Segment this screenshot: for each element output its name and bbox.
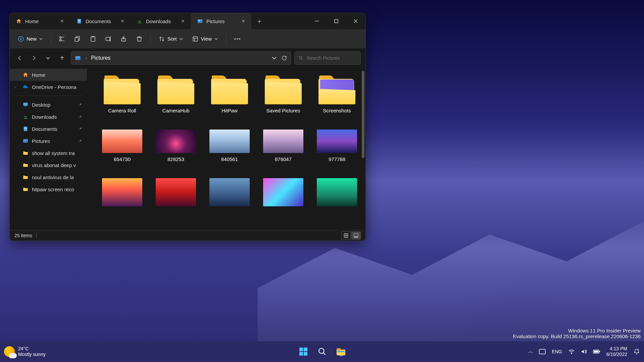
- back-button[interactable]: [14, 53, 25, 63]
- minimize-button[interactable]: [307, 14, 327, 28]
- folder-item[interactable]: HitPaw: [204, 74, 255, 115]
- scrollbar[interactable]: [362, 71, 364, 158]
- sort-button[interactable]: Sort: [155, 33, 187, 45]
- tab-downloads[interactable]: Downloads ✕: [131, 13, 191, 29]
- folder-item[interactable]: CameraHub: [151, 74, 201, 115]
- more-button[interactable]: [230, 32, 244, 46]
- image-thumbnail: [102, 178, 142, 206]
- chevron-down-icon: [214, 37, 218, 41]
- svg-text:z: z: [638, 348, 639, 351]
- weather-desc: Mostly sunny: [18, 352, 46, 357]
- sidebar-item[interactable]: Pictures📌︎: [10, 135, 87, 147]
- keyboard-icon[interactable]: [539, 349, 546, 354]
- breadcrumb[interactable]: › Pictures: [71, 51, 291, 65]
- sidebar-home[interactable]: Home: [10, 69, 87, 81]
- close-icon[interactable]: ✕: [119, 17, 126, 25]
- search-box[interactable]: [294, 51, 361, 65]
- separator: [226, 34, 226, 44]
- close-icon[interactable]: ✕: [240, 17, 247, 25]
- tab-documents[interactable]: Documents ✕: [70, 13, 131, 29]
- forward-button[interactable]: [29, 53, 39, 63]
- paste-button[interactable]: [86, 32, 100, 46]
- close-icon[interactable]: ✕: [180, 17, 186, 25]
- svg-rect-2: [78, 21, 80, 21]
- item-label: HitPaw: [221, 108, 238, 113]
- image-thumbnail: [263, 130, 303, 153]
- image-item[interactable]: [151, 177, 201, 208]
- image-item[interactable]: 840561: [204, 128, 255, 163]
- folder-item[interactable]: Screenshots: [312, 74, 362, 115]
- battery-icon[interactable]: [593, 349, 600, 354]
- view-button[interactable]: View: [188, 33, 222, 45]
- folder-icon: [22, 162, 29, 168]
- file-explorer-button[interactable]: [334, 344, 348, 359]
- wifi-icon[interactable]: [568, 349, 575, 354]
- tray-chevron-icon[interactable]: ︿: [528, 349, 533, 355]
- notification-icon[interactable]: z: [633, 348, 640, 355]
- image-item[interactable]: [97, 177, 147, 208]
- start-button[interactable]: [296, 344, 311, 359]
- close-button[interactable]: [346, 14, 365, 28]
- image-thumbnail: [156, 178, 196, 206]
- folder-icon: [104, 75, 141, 104]
- new-button[interactable]: New: [14, 33, 47, 45]
- weather-widget[interactable]: 24°C Mostly sunny: [4, 346, 46, 357]
- recent-dropdown[interactable]: [43, 53, 53, 63]
- up-button[interactable]: [57, 53, 67, 63]
- copy-button[interactable]: [70, 32, 85, 46]
- pin-icon: 📌︎: [78, 102, 82, 107]
- sidebar-item[interactable]: hitpaw screen reco: [10, 183, 87, 195]
- share-button[interactable]: [117, 32, 131, 46]
- cut-button[interactable]: [55, 32, 69, 46]
- delete-button[interactable]: [132, 32, 146, 46]
- close-icon[interactable]: ✕: [59, 17, 65, 25]
- sidebar-item[interactable]: Downloads📌︎: [10, 111, 87, 123]
- titlebar: Home ✕ Documents ✕ Downloads ✕ Pictures …: [10, 13, 365, 29]
- sidebar-item[interactable]: Documents📌︎: [10, 123, 87, 135]
- file-explorer-window: Home ✕ Documents ✕ Downloads ✕ Pictures …: [9, 13, 366, 241]
- sidebar-label: Pictures: [32, 138, 50, 144]
- image-item[interactable]: 828253: [151, 128, 201, 163]
- folder-item[interactable]: Camera Roll: [97, 74, 147, 115]
- sidebar-item[interactable]: show all system tra: [10, 147, 87, 159]
- chevron-down-icon: [180, 37, 183, 41]
- sidebar-item[interactable]: Desktop📌︎: [10, 99, 87, 111]
- search-input[interactable]: [307, 55, 356, 61]
- details-view-button[interactable]: [341, 231, 351, 240]
- date: 6/10/2022: [606, 352, 627, 357]
- image-item[interactable]: 876047: [258, 128, 308, 163]
- sidebar-label: Documents: [32, 126, 57, 132]
- sidebar-label: Desktop: [32, 102, 50, 108]
- time: 4:13 PM: [606, 346, 627, 352]
- image-item[interactable]: [312, 177, 362, 208]
- image-item[interactable]: [258, 177, 308, 208]
- statusbar: 25 items: [10, 230, 365, 241]
- svg-point-9: [60, 39, 61, 41]
- volume-icon[interactable]: [581, 349, 587, 354]
- tab-home[interactable]: Home ✕: [10, 13, 70, 29]
- folder-item[interactable]: Saved Pictures: [258, 74, 308, 115]
- image-item[interactable]: [204, 177, 255, 208]
- downloads-icon: [22, 114, 29, 120]
- image-item[interactable]: 977788: [312, 128, 362, 163]
- maximize-button[interactable]: [327, 14, 346, 28]
- chevron-down-icon[interactable]: [272, 56, 277, 60]
- clock[interactable]: 4:13 PM 6/10/2022: [606, 346, 627, 357]
- sidebar-onedrive[interactable]: › OneDrive - Persona: [10, 81, 87, 93]
- image-thumbnail: [317, 178, 357, 206]
- image-item[interactable]: 654730: [97, 128, 147, 163]
- tab-pictures[interactable]: Pictures ✕: [191, 13, 251, 29]
- sidebar-item[interactable]: virus abonat deep v: [10, 159, 87, 171]
- home-icon: [22, 72, 29, 78]
- language-indicator[interactable]: ENG: [552, 349, 562, 354]
- chevron-right-icon[interactable]: ›: [14, 85, 19, 89]
- sidebar-item[interactable]: noul antivirus de la: [10, 171, 87, 183]
- separator: [150, 34, 151, 44]
- thumbnails-view-button[interactable]: [351, 231, 361, 240]
- search-button[interactable]: [315, 344, 330, 359]
- new-tab-button[interactable]: ＋: [251, 13, 267, 29]
- refresh-icon[interactable]: [281, 55, 287, 61]
- rename-button[interactable]: [101, 32, 115, 46]
- svg-rect-12: [91, 37, 95, 41]
- items-grid: Camera RollCameraHubHitPawSaved Pictures…: [97, 74, 355, 208]
